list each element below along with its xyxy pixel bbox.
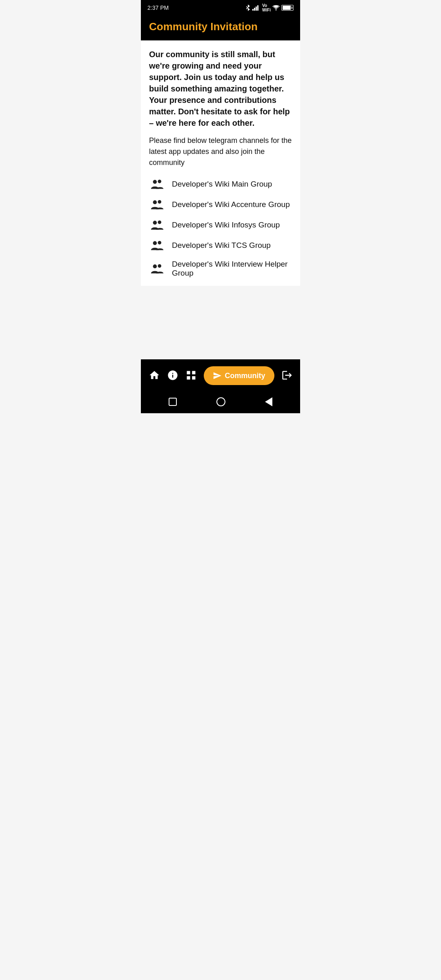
recents-icon (169, 398, 177, 406)
group-list-item[interactable]: Developer's Wiki Accenture Group (149, 198, 292, 211)
vo-wifi-label: VoWiFi (262, 3, 271, 12)
group-icon (149, 219, 165, 231)
group-list-item[interactable]: Developer's Wiki Interview Helper Group (149, 260, 292, 278)
system-nav (141, 392, 300, 413)
svg-point-4 (276, 9, 277, 11)
svg-point-11 (153, 241, 157, 245)
home-nav-icon (216, 397, 225, 406)
home-nav-button[interactable] (216, 397, 225, 406)
svg-point-6 (158, 180, 161, 183)
recents-button[interactable] (169, 398, 177, 406)
back-button[interactable] (265, 397, 272, 406)
wifi-icon (272, 5, 280, 11)
group-name: Developer's Wiki Main Group (172, 180, 272, 189)
battery-icon (281, 5, 294, 11)
svg-rect-0 (252, 9, 254, 11)
home-button[interactable] (149, 370, 160, 382)
signal-icon (252, 5, 261, 11)
group-list-item[interactable]: Developer's Wiki Infosys Group (149, 219, 292, 231)
svg-point-5 (153, 180, 157, 184)
group-list: Developer's Wiki Main Group Developer's … (149, 178, 292, 278)
status-icons: VoWiFi (245, 3, 294, 12)
back-icon (265, 397, 272, 406)
svg-point-12 (158, 241, 161, 245)
svg-point-14 (158, 264, 161, 268)
logout-button[interactable] (281, 370, 293, 382)
group-name: Developer's Wiki Interview Helper Group (172, 260, 292, 278)
content-spacer (141, 286, 300, 359)
group-icon (149, 198, 165, 211)
svg-point-7 (153, 200, 157, 205)
group-list-item[interactable]: Developer's Wiki TCS Group (149, 239, 292, 252)
info-button[interactable] (167, 370, 178, 382)
home-icon (149, 370, 160, 382)
send-icon (213, 371, 222, 380)
grid-icon (185, 370, 197, 382)
svg-point-13 (153, 265, 157, 269)
app-bar: Community Invitation (141, 15, 300, 40)
logout-icon (281, 370, 293, 382)
group-list-item[interactable]: Developer's Wiki Main Group (149, 178, 292, 190)
status-time: 2:37 PM (147, 4, 169, 11)
group-icon (149, 239, 165, 252)
svg-rect-2 (256, 7, 257, 11)
group-name: Developer's Wiki Infosys Group (172, 220, 280, 229)
group-name: Developer's Wiki Accenture Group (172, 200, 290, 209)
group-icon (149, 178, 165, 190)
svg-point-8 (158, 200, 161, 204)
svg-point-10 (158, 220, 161, 224)
page-title: Community Invitation (149, 20, 292, 33)
info-icon (167, 370, 178, 382)
svg-rect-3 (257, 5, 258, 11)
bottom-nav: Community (141, 359, 300, 392)
community-button[interactable]: Community (204, 366, 274, 385)
intro-bold-text: Our community is still small, but we're … (149, 49, 292, 129)
intro-regular-text: Please find below telegram channels for … (149, 135, 292, 168)
grid-button[interactable] (185, 370, 197, 382)
community-button-label: Community (225, 372, 265, 380)
main-content: Our community is still small, but we're … (141, 40, 300, 286)
group-icon (149, 263, 165, 275)
bluetooth-icon (245, 4, 251, 11)
svg-point-9 (153, 221, 157, 225)
group-name: Developer's Wiki TCS Group (172, 241, 271, 250)
status-bar: 2:37 PM VoWiFi (141, 0, 300, 15)
svg-rect-1 (254, 8, 255, 11)
